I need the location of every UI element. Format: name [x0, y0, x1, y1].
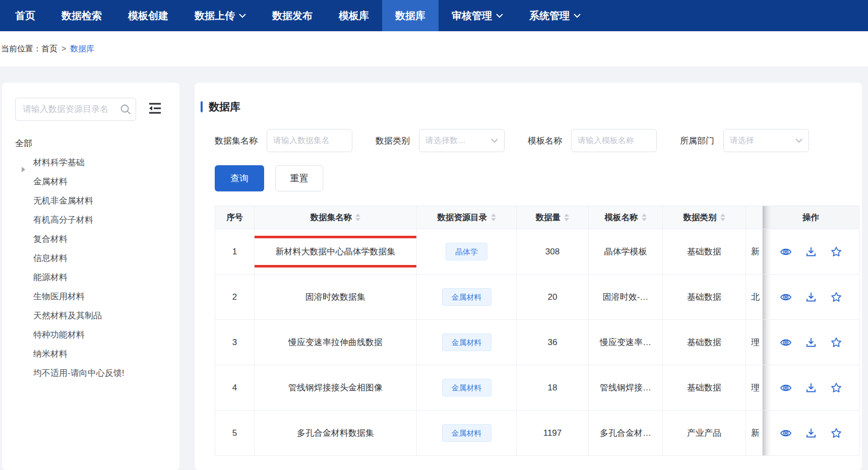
tree-item-composite[interactable]: 复合材料: [15, 230, 168, 249]
table-row: 5 多孔合金材料数据集 金属材料 1197 多孔合金材… 产业产品 新: [215, 411, 859, 456]
nav-item-data-search[interactable]: 数据检索: [48, 0, 115, 31]
download-icon[interactable]: [805, 246, 817, 258]
favorite-star-icon[interactable]: [830, 291, 842, 303]
nav-item-template-create[interactable]: 模板创建: [115, 0, 181, 31]
breadcrumb: 当前位置： 首页 > 数据库: [0, 31, 868, 66]
tree-item-special-function-materials[interactable]: 特种功能材料: [15, 325, 168, 345]
breadcrumb-location-label: 当前位置：: [1, 44, 41, 54]
row-index: 3: [215, 320, 255, 365]
tree-item-materials-science-basics[interactable]: 材料科学基础: [15, 153, 168, 172]
header-resource-catalog[interactable]: 数据资源目录: [417, 206, 517, 229]
nav-item-data-publish[interactable]: 数据发布: [259, 0, 326, 31]
tree-item-energy-materials[interactable]: 能源材料: [15, 268, 168, 287]
dataset-table: 序号 数据集名称 数据资源目录 数据量 模板名称: [215, 206, 859, 456]
header-data-count[interactable]: 数据量: [517, 206, 589, 229]
catalog-cell: 晶体学: [417, 229, 517, 275]
tree-item-information-materials[interactable]: 信息材料: [15, 249, 168, 268]
breadcrumb-home-link[interactable]: 首页: [41, 44, 57, 54]
actions-cell: [763, 229, 859, 275]
template-cell: 多孔合金材…: [589, 411, 663, 456]
search-icon[interactable]: [120, 104, 131, 117]
nav-item-template-library[interactable]: 模板库: [326, 0, 382, 31]
view-eye-icon[interactable]: [780, 337, 792, 349]
page-content: 全部 材料科学基础 金属材料 无机非金属材料 有机高分子材料 复合材料 信息材料…: [0, 66, 868, 470]
download-icon[interactable]: [805, 382, 817, 394]
actions-cell: [763, 411, 859, 456]
catalog-cell: 金属材料: [417, 411, 517, 456]
nav-item-review-management[interactable]: 审核管理: [439, 0, 516, 31]
tree-item-inorganic-nonmetal[interactable]: 无机非金属材料: [15, 191, 168, 211]
dataset-name-cell[interactable]: 管线钢焊接接头金相图像: [255, 365, 417, 411]
clipped-cell: 北: [746, 275, 763, 320]
view-eye-icon[interactable]: [780, 427, 792, 439]
category-cell: 基础数据: [663, 365, 746, 411]
tree-item-metal-materials[interactable]: 金属材料: [15, 172, 168, 191]
nav-item-data-upload[interactable]: 数据上传: [181, 0, 259, 31]
header-clipped-column: [746, 206, 763, 229]
header-index: 序号: [215, 206, 255, 229]
actions-cell: [763, 320, 859, 365]
sort-icon[interactable]: [491, 214, 496, 221]
header-dataset-name[interactable]: 数据集名称: [255, 206, 417, 229]
breadcrumb-current: 数据库: [70, 44, 94, 54]
chevron-down-icon: [795, 136, 802, 145]
favorite-star-icon[interactable]: [830, 382, 842, 394]
template-cell: 晶体学模板: [589, 229, 663, 275]
sort-icon[interactable]: [355, 214, 360, 221]
dataset-name-input[interactable]: [267, 129, 352, 152]
sort-icon[interactable]: [720, 214, 725, 221]
filter-bar: 数据集名称 数据类别 请选择数… 模板名称 所属部门 请选择: [215, 129, 862, 152]
count-cell: 20: [517, 275, 589, 320]
row-index: 4: [215, 365, 255, 411]
catalog-tag: 金属材料: [442, 333, 491, 351]
header-data-category[interactable]: 数据类别: [663, 206, 746, 229]
category-cell: 产业产品: [663, 411, 746, 456]
dataset-name-cell[interactable]: 新材料大数据中心晶体学数据集: [255, 229, 417, 275]
sort-icon[interactable]: [642, 214, 647, 221]
chevron-down-icon: [491, 136, 498, 145]
actions-cell: [763, 275, 859, 320]
nav-item-system-management[interactable]: 系统管理: [516, 0, 594, 31]
department-select[interactable]: 请选择: [723, 129, 809, 152]
download-icon[interactable]: [805, 337, 817, 349]
category-cell: 基础数据: [663, 229, 746, 275]
data-category-select[interactable]: 请选择数…: [419, 129, 505, 152]
nav-item-home[interactable]: 首页: [2, 0, 48, 31]
row-index: 2: [215, 275, 255, 320]
download-icon[interactable]: [805, 427, 817, 439]
dataset-name-cell[interactable]: 慢应变速率拉伸曲线数据: [255, 320, 417, 365]
table-row: 2 固溶时效数据集 金属材料 20 固溶时效-… 基础数据 北: [215, 275, 859, 320]
header-template-name[interactable]: 模板名称: [589, 206, 663, 229]
tree-item-organic-polymer[interactable]: 有机高分子材料: [15, 211, 168, 230]
department-label: 所属部门: [680, 135, 714, 147]
favorite-star-icon[interactable]: [830, 246, 842, 258]
catalog-search-input[interactable]: [15, 98, 136, 121]
tree-item-biomedical-materials[interactable]: 生物医用材料: [15, 287, 168, 306]
view-eye-icon[interactable]: [780, 382, 792, 394]
tree-item-nano-materials[interactable]: 纳米材料: [15, 345, 168, 364]
catalog-cell: 金属材料: [417, 275, 517, 320]
template-name-label: 模板名称: [528, 135, 562, 147]
tree-item-not-applicable-feedback[interactable]: 均不适用-请向中心反馈!: [15, 364, 168, 383]
template-cell: 管线钢焊接…: [589, 365, 663, 411]
sort-icon[interactable]: [564, 214, 569, 221]
dataset-name-cell[interactable]: 多孔合金材料数据集: [255, 411, 417, 456]
tree-item-natural-materials[interactable]: 天然材料及其制品: [15, 306, 168, 325]
dataset-name-cell[interactable]: 固溶时效数据集: [255, 275, 417, 320]
clipped-cell: 理: [746, 365, 763, 411]
reset-button[interactable]: 重置: [275, 165, 323, 191]
tree-item-all[interactable]: 全部: [15, 134, 168, 153]
nav-item-database[interactable]: 数据库: [382, 0, 439, 31]
template-name-input[interactable]: [571, 129, 657, 152]
query-button[interactable]: 查询: [215, 165, 264, 191]
chevron-down-icon: [574, 14, 581, 18]
view-eye-icon[interactable]: [780, 246, 792, 258]
favorite-star-icon[interactable]: [830, 427, 842, 439]
download-icon[interactable]: [805, 291, 817, 303]
collapse-tree-icon[interactable]: [147, 102, 162, 117]
count-cell: 308: [517, 229, 589, 275]
catalog-cell: 金属材料: [417, 320, 517, 365]
view-eye-icon[interactable]: [780, 291, 792, 303]
catalog-tag: 金属材料: [442, 424, 491, 442]
favorite-star-icon[interactable]: [830, 337, 842, 349]
